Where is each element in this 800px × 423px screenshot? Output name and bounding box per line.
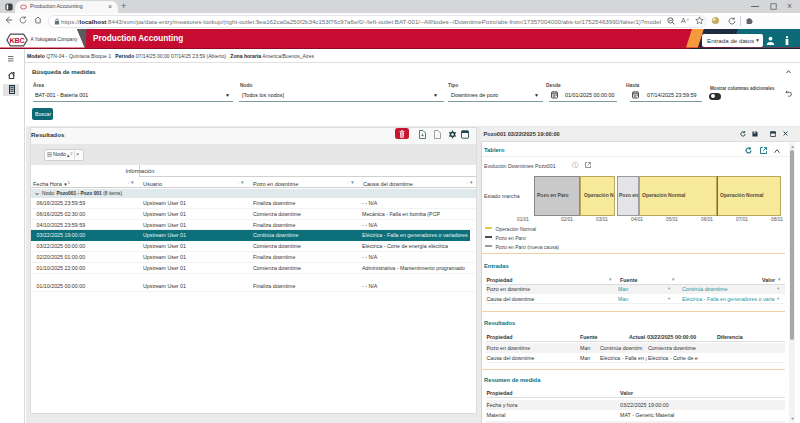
svg-text:KBC: KBC: [10, 35, 25, 44]
